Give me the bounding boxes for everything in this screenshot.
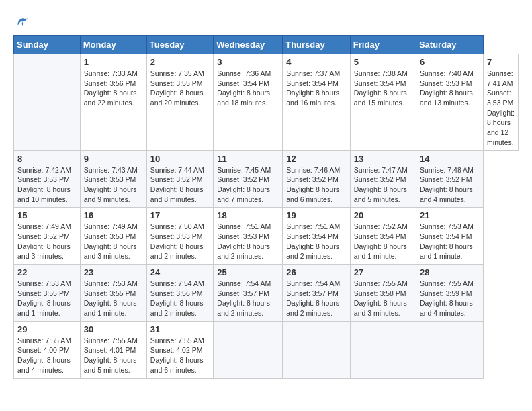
sunset-label: Sunset: 3:52 PM bbox=[354, 175, 406, 183]
day-number: 4 bbox=[286, 57, 347, 67]
calendar-cell: 24 Sunrise: 7:54 AM Sunset: 3:56 PM Dayl… bbox=[146, 265, 214, 322]
day-number: 16 bbox=[84, 210, 143, 220]
sunrise-label: Sunrise: 7:49 AM bbox=[84, 222, 138, 230]
sunset-label: Sunset: 3:53 PM bbox=[17, 175, 70, 183]
calendar-cell: 22 Sunrise: 7:53 AM Sunset: 3:55 PM Dayl… bbox=[14, 265, 81, 322]
day-info: Sunrise: 7:45 AM Sunset: 3:52 PM Dayligh… bbox=[217, 165, 279, 205]
day-number: 22 bbox=[17, 267, 77, 277]
sunset-label: Sunset: 4:01 PM bbox=[84, 346, 136, 354]
daylight-label: Daylight: 8 hours and 1 minute. bbox=[354, 242, 407, 261]
calendar-cell: 13 Sunrise: 7:47 AM Sunset: 3:52 PM Dayl… bbox=[350, 150, 416, 208]
day-info: Sunrise: 7:54 AM Sunset: 3:56 PM Dayligh… bbox=[150, 279, 210, 318]
sunset-label: Sunset: 3:53 PM bbox=[217, 232, 269, 240]
daylight-label: Daylight: 8 hours and 12 minutes. bbox=[487, 109, 515, 146]
sunset-label: Sunset: 3:53 PM bbox=[84, 175, 136, 183]
calendar-cell: 12 Sunrise: 7:46 AM Sunset: 3:52 PM Dayl… bbox=[283, 150, 351, 208]
daylight-label: Daylight: 8 hours and 2 minutes. bbox=[286, 299, 339, 317]
sunrise-label: Sunrise: 7:47 AM bbox=[354, 166, 408, 174]
sunset-label: Sunset: 3:56 PM bbox=[84, 79, 136, 87]
day-number: 23 bbox=[84, 267, 143, 277]
day-number: 30 bbox=[84, 324, 143, 334]
daylight-label: Daylight: 8 hours and 22 minutes. bbox=[84, 89, 137, 107]
column-header-tuesday: Tuesday bbox=[146, 36, 214, 54]
day-number: 8 bbox=[17, 154, 77, 164]
day-number: 20 bbox=[354, 210, 412, 220]
daylight-label: Daylight: 8 hours and 4 minutes. bbox=[420, 185, 473, 203]
daylight-label: Daylight: 8 hours and 5 minutes. bbox=[84, 356, 137, 374]
day-info: Sunrise: 7:42 AM Sunset: 3:53 PM Dayligh… bbox=[17, 165, 77, 205]
day-number: 6 bbox=[420, 57, 480, 67]
sunset-label: Sunset: 3:52 PM bbox=[286, 175, 339, 183]
calendar-cell bbox=[416, 321, 483, 378]
week-row-3: 15 Sunrise: 7:49 AM Sunset: 3:52 PM Dayl… bbox=[14, 208, 519, 265]
calendar-cell: 28 Sunrise: 7:55 AM Sunset: 3:59 PM Dayl… bbox=[416, 265, 483, 322]
calendar-cell: 17 Sunrise: 7:50 AM Sunset: 3:53 PM Dayl… bbox=[146, 208, 214, 265]
sunset-label: Sunset: 3:53 PM bbox=[487, 89, 513, 107]
day-info: Sunrise: 7:48 AM Sunset: 3:52 PM Dayligh… bbox=[420, 165, 480, 205]
daylight-label: Daylight: 8 hours and 8 minutes. bbox=[150, 185, 204, 203]
calendar-cell: 10 Sunrise: 7:44 AM Sunset: 3:52 PM Dayl… bbox=[146, 150, 214, 208]
sunset-label: Sunset: 3:53 PM bbox=[420, 79, 472, 87]
sunrise-label: Sunrise: 7:55 AM bbox=[420, 279, 474, 287]
sunset-label: Sunset: 3:53 PM bbox=[84, 232, 136, 240]
sunset-label: Sunset: 3:53 PM bbox=[150, 232, 203, 240]
sunrise-label: Sunrise: 7:49 AM bbox=[17, 222, 71, 230]
calendar-cell: 20 Sunrise: 7:52 AM Sunset: 3:54 PM Dayl… bbox=[350, 208, 416, 265]
sunset-label: Sunset: 3:57 PM bbox=[286, 289, 339, 298]
day-number: 18 bbox=[217, 210, 279, 220]
day-info: Sunrise: 7:36 AM Sunset: 3:54 PM Dayligh… bbox=[217, 68, 279, 108]
week-row-4: 22 Sunrise: 7:53 AM Sunset: 3:55 PM Dayl… bbox=[14, 265, 519, 322]
calendar-cell bbox=[214, 321, 283, 378]
sunset-label: Sunset: 3:59 PM bbox=[420, 289, 472, 298]
daylight-label: Daylight: 8 hours and 13 minutes. bbox=[420, 89, 473, 107]
day-info: Sunrise: 7:35 AM Sunset: 3:55 PM Dayligh… bbox=[150, 68, 210, 108]
sunrise-label: Sunrise: 7:51 AM bbox=[286, 222, 340, 230]
day-info: Sunrise: 7:44 AM Sunset: 3:52 PM Dayligh… bbox=[150, 165, 210, 205]
sunrise-label: Sunrise: 7:43 AM bbox=[84, 166, 138, 174]
day-info: Sunrise: 7:51 AM Sunset: 3:54 PM Dayligh… bbox=[286, 222, 347, 261]
sunrise-label: Sunrise: 7:38 AM bbox=[354, 69, 408, 77]
sunset-label: Sunset: 3:57 PM bbox=[217, 289, 269, 298]
sunrise-label: Sunrise: 7:45 AM bbox=[217, 166, 271, 174]
day-info: Sunrise: 7:54 AM Sunset: 3:57 PM Dayligh… bbox=[217, 279, 279, 318]
day-number: 28 bbox=[420, 267, 480, 277]
sunset-label: Sunset: 3:54 PM bbox=[217, 79, 269, 87]
daylight-label: Daylight: 8 hours and 1 minute. bbox=[84, 299, 137, 317]
sunrise-label: Sunrise: 7:53 AM bbox=[84, 279, 138, 287]
logo-bird-icon bbox=[15, 13, 30, 28]
sunrise-label: Sunrise: 7:51 AM bbox=[217, 222, 271, 230]
day-info: Sunrise: 7:37 AM Sunset: 3:54 PM Dayligh… bbox=[286, 68, 347, 108]
sunrise-label: Sunrise: 7:55 AM bbox=[354, 279, 408, 287]
day-info: Sunrise: 7:53 AM Sunset: 3:55 PM Dayligh… bbox=[17, 279, 77, 318]
day-number: 2 bbox=[150, 57, 210, 67]
daylight-label: Daylight: 8 hours and 2 minutes. bbox=[286, 242, 339, 261]
week-row-5: 29 Sunrise: 7:55 AM Sunset: 4:00 PM Dayl… bbox=[14, 321, 519, 378]
sunset-label: Sunset: 3:52 PM bbox=[217, 175, 269, 183]
daylight-label: Daylight: 8 hours and 1 minute. bbox=[420, 242, 473, 261]
daylight-label: Daylight: 8 hours and 20 minutes. bbox=[150, 89, 204, 107]
day-number: 9 bbox=[84, 154, 143, 164]
sunset-label: Sunset: 3:58 PM bbox=[354, 289, 406, 298]
calendar-cell: 15 Sunrise: 7:49 AM Sunset: 3:52 PM Dayl… bbox=[14, 208, 81, 265]
day-info: Sunrise: 7:40 AM Sunset: 3:53 PM Dayligh… bbox=[420, 68, 480, 108]
day-info: Sunrise: 7:55 AM Sunset: 4:01 PM Dayligh… bbox=[84, 336, 143, 375]
daylight-label: Daylight: 8 hours and 4 minutes. bbox=[17, 356, 71, 374]
calendar-cell: 16 Sunrise: 7:49 AM Sunset: 3:53 PM Dayl… bbox=[80, 208, 146, 265]
week-row-1: 1 Sunrise: 7:33 AM Sunset: 3:56 PM Dayli… bbox=[14, 54, 519, 151]
day-info: Sunrise: 7:43 AM Sunset: 3:53 PM Dayligh… bbox=[84, 165, 143, 205]
column-header-saturday: Saturday bbox=[416, 36, 483, 54]
sunset-label: Sunset: 3:55 PM bbox=[150, 79, 203, 87]
calendar-cell bbox=[283, 321, 351, 378]
column-header-friday: Friday bbox=[350, 36, 416, 54]
day-info: Sunrise: 7:51 AM Sunset: 3:53 PM Dayligh… bbox=[217, 222, 279, 261]
sunrise-label: Sunrise: 7:40 AM bbox=[420, 69, 474, 77]
daylight-label: Daylight: 8 hours and 6 minutes. bbox=[286, 185, 339, 203]
day-number: 17 bbox=[150, 210, 210, 220]
sunrise-label: Sunrise: 7:33 AM bbox=[84, 69, 138, 77]
calendar-cell: 1 Sunrise: 7:33 AM Sunset: 3:56 PM Dayli… bbox=[80, 54, 146, 151]
header bbox=[13, 13, 519, 28]
day-number: 13 bbox=[354, 154, 412, 164]
calendar-cell: 5 Sunrise: 7:38 AM Sunset: 3:54 PM Dayli… bbox=[350, 54, 416, 151]
sunrise-label: Sunrise: 7:54 AM bbox=[286, 279, 340, 287]
calendar-cell: 9 Sunrise: 7:43 AM Sunset: 3:53 PM Dayli… bbox=[80, 150, 146, 208]
